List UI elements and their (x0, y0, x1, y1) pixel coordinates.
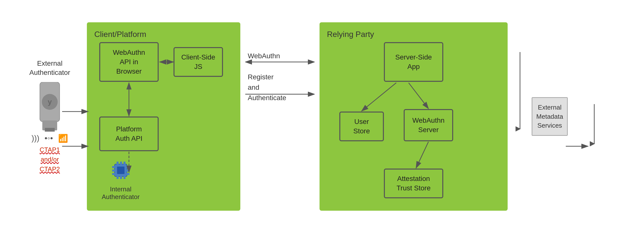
right-arrow-area (512, 22, 528, 211)
svg-rect-7 (116, 162, 118, 165)
internal-auth-label: Internal Authenticator (102, 185, 140, 201)
webauthn-server-box: WebAuthn Server (404, 109, 453, 141)
svg-rect-18 (126, 173, 130, 175)
svg-rect-6 (117, 167, 124, 174)
attestation-trust-box: Attestation Trust Store (384, 168, 443, 198)
ext-auth-label: External Authenticator (30, 59, 70, 77)
svg-rect-8 (120, 162, 122, 165)
register-auth-label: RegisterandAuthenticate (248, 72, 286, 103)
svg-rect-14 (112, 169, 115, 171)
relying-party-panel: Relying Party Server-Side App User Store… (320, 22, 508, 211)
svg-line-32 (416, 142, 428, 168)
ctap-text: CTAP1and/orCTAP2 (40, 145, 60, 174)
server-side-app-box: Server-Side App (384, 42, 443, 82)
svg-rect-13 (112, 166, 115, 168)
svg-line-31 (409, 83, 428, 109)
user-store-box: User Store (339, 112, 384, 141)
client-platform-panel: Client/Platform WebAuthn API in Browser … (87, 22, 240, 211)
svg-rect-17 (126, 169, 130, 171)
internal-auth-area: Internal Authenticator (102, 159, 140, 201)
relying-party-title: Relying Party (327, 30, 500, 39)
external-metadata: External Metadata Services (528, 97, 572, 136)
svg-rect-12 (124, 176, 126, 179)
client-platform-title: Client/Platform (94, 30, 233, 39)
svg-rect-4 (45, 128, 55, 132)
svg-rect-16 (126, 166, 130, 168)
svg-rect-10 (116, 176, 118, 179)
diagram-container: External Authenticator y ))) •◦• 📶 CTAP1… (6, 5, 638, 228)
platform-auth-box: Platform Auth API (99, 117, 159, 151)
right-arrow-svg (512, 22, 528, 211)
chip-icon (110, 159, 132, 181)
svg-rect-9 (124, 162, 126, 165)
svg-text:y: y (48, 98, 52, 106)
main-layout: External Authenticator y ))) •◦• 📶 CTAP1… (25, 15, 619, 218)
svg-rect-11 (120, 176, 122, 179)
yubikey-icon: y (36, 82, 63, 132)
external-metadata-box: External Metadata Services (532, 97, 568, 136)
ctap-icons: ))) •◦• 📶 (32, 134, 68, 143)
external-authenticator: External Authenticator y ))) •◦• 📶 CTAP1… (25, 59, 74, 174)
middle-arrows-area: WebAuthn RegisterandAuthenticate (245, 22, 314, 211)
svg-rect-15 (112, 173, 115, 175)
middle-arrows-svg (245, 22, 314, 211)
webauthn-api-box: WebAuthn API in Browser (99, 42, 159, 82)
svg-line-30 (362, 83, 396, 111)
webauthn-label: WebAuthn (248, 52, 280, 60)
client-side-js-box: Client-Side JS (174, 47, 223, 77)
